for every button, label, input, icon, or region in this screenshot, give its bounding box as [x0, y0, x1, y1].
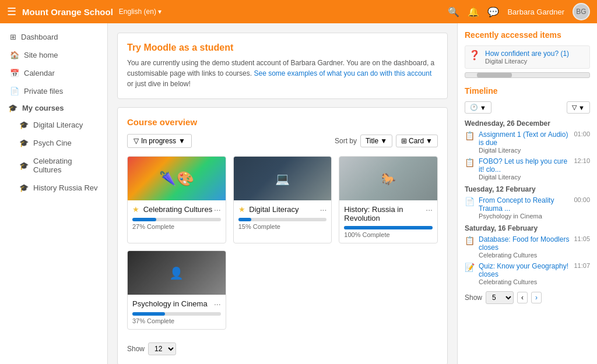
- sort-chevron-icon: ▼: [380, 137, 387, 145]
- show-select[interactable]: 12 24 48: [148, 342, 176, 355]
- timeline-item[interactable]: 📄 From Concept to Reality Trauma ... Psy…: [465, 196, 590, 220]
- sidebar-section-mycourses[interactable]: 🎓 My courses: [0, 100, 107, 116]
- sort-row: Sort by Title ▼ ⊞ Card ▼: [335, 135, 438, 147]
- avatar[interactable]: BG: [573, 3, 590, 20]
- sidebar-item-label: Private files: [24, 87, 63, 96]
- sidebar-item-psych-cine[interactable]: 🎓 Psych Cine: [0, 134, 107, 152]
- tl-title[interactable]: Database: Food for Moodlers closes: [479, 235, 570, 252]
- course-card-psychology[interactable]: 👤 Psychology in Cinema ··· 37% Complete: [127, 250, 226, 330]
- card-title: ★ Digital Literacy: [238, 205, 320, 214]
- sort-label: Sort by: [335, 137, 357, 145]
- card-chevron-icon: ▼: [426, 137, 433, 145]
- tl-title[interactable]: FOBO? Let us help you cure it! clo...: [479, 157, 570, 174]
- timeline-date-3: Saturday, 16 February: [465, 224, 590, 232]
- progress-bar-bg: [132, 312, 221, 316]
- language-selector[interactable]: English (en) ▾: [119, 8, 161, 16]
- timeline-title: Timeline: [465, 86, 590, 96]
- course-overview-title: Course overview: [127, 117, 438, 127]
- home-icon: 🏠: [10, 51, 19, 59]
- sidebar-section-label: My courses: [22, 104, 64, 112]
- timeline-item[interactable]: 📋 FOBO? Let us help you cure it! clo... …: [465, 157, 590, 181]
- timeline-clock-button[interactable]: 🕐 ▼: [465, 101, 491, 114]
- progress-bar-bg: [238, 218, 327, 221]
- card-menu-button[interactable]: ···: [214, 299, 221, 309]
- chat-icon[interactable]: 💬: [487, 6, 499, 17]
- try-banner-title: Try Moodle as a student: [127, 43, 438, 53]
- tl-sub: Celebrating Cultures: [479, 278, 570, 285]
- sort-title-label: Title: [366, 137, 378, 145]
- course-card-digital-literacy[interactable]: 💻 ★ Digital Literacy ··· 15% Comp: [233, 156, 332, 243]
- tl-sub: Celebrating Cultures: [479, 252, 570, 259]
- timeline-show-select[interactable]: 5 10 20: [486, 291, 514, 304]
- timeline-filter-button[interactable]: ▽ ▼: [567, 101, 590, 114]
- hamburger-icon[interactable]: ☰: [7, 5, 16, 18]
- progress-bar-fill: [238, 218, 252, 221]
- sidebar: ⊞ Dashboard 🏠 Site home 📅 Calendar 📄 Pri…: [0, 23, 108, 364]
- tl-title[interactable]: From Concept to Reality Trauma ...: [479, 196, 570, 213]
- card-title: Psychology in Cinema: [132, 299, 214, 308]
- card-menu-button[interactable]: ···: [214, 205, 221, 214]
- tl-sub: Psychology in Cinema: [479, 213, 570, 220]
- course-card-celebrating-cultures[interactable]: 🌂🎨 ★ Celebrating Cultures ··· 27: [127, 156, 226, 243]
- timeline-item[interactable]: 📝 Quiz: Know your Geography! closes Cele…: [465, 262, 590, 285]
- progress-text: 100% Complete: [344, 231, 433, 238]
- course-card-history[interactable]: 🐎 History: Russia in Revolution ··· 100%…: [339, 156, 438, 243]
- show-label: Show: [127, 345, 145, 353]
- timeline-item[interactable]: 📋 Assignment 1 (Text or Audio) is due Di…: [465, 130, 590, 154]
- layout: ⊞ Dashboard 🏠 Site home 📅 Calendar 📄 Pri…: [0, 23, 597, 364]
- grid-icon: ⊞: [401, 137, 407, 145]
- calendar-icon: 📅: [10, 69, 19, 77]
- progress-bar-bg: [132, 218, 221, 221]
- progress-text: 37% Complete: [132, 317, 221, 324]
- sidebar-item-calendar[interactable]: 📅 Calendar: [0, 64, 107, 82]
- next-button[interactable]: ›: [531, 292, 542, 303]
- sidebar-item-label: Calendar: [24, 69, 55, 77]
- sidebar-item-dashboard[interactable]: ⊞ Dashboard: [0, 28, 107, 46]
- right-panel: Recently accessed items ❓ How confident …: [457, 23, 597, 364]
- star-icon: ★: [132, 205, 139, 214]
- search-icon[interactable]: 🔍: [448, 6, 459, 17]
- sort-title-button[interactable]: Title ▼: [360, 135, 392, 147]
- recent-item[interactable]: ❓ How confident are you? (1) Digital Lit…: [465, 45, 590, 69]
- course-icon: 🎓: [19, 183, 29, 192]
- sort-card-button[interactable]: ⊞ Card ▼: [396, 135, 438, 147]
- database-icon: 📋: [465, 236, 475, 245]
- bell-icon[interactable]: 🔔: [468, 6, 479, 17]
- prev-button[interactable]: ‹: [517, 292, 528, 303]
- filter-chevron-icon: ▼: [178, 137, 185, 145]
- recent-item-title[interactable]: How confident are you? (1): [485, 50, 569, 58]
- card-menu-button[interactable]: ···: [426, 205, 433, 214]
- try-banner-link[interactable]: See some examples of what you can do wit…: [254, 69, 431, 77]
- sidebar-item-private-files[interactable]: 📄 Private files: [0, 82, 107, 100]
- sidebar-item-history-russia[interactable]: 🎓 History Russia Rev: [0, 179, 107, 197]
- tl-time: 11:05: [574, 235, 590, 242]
- cards-grid: 🌂🎨 ★ Celebrating Cultures ··· 27: [127, 156, 438, 330]
- progress-bar-fill: [132, 218, 156, 221]
- card-image-digital: 💻: [234, 157, 332, 200]
- clock-icon: 🕐: [470, 104, 478, 111]
- sidebar-item-celebrating-cultures[interactable]: 🎓 Celebrating Cultures: [0, 152, 107, 179]
- filter-chevron-icon: ▼: [578, 104, 585, 111]
- file-icon: 📄: [465, 197, 475, 206]
- scroll-thumb: [477, 73, 512, 77]
- user-name[interactable]: Barbara Gardner: [507, 8, 564, 16]
- file-icon: 📄: [10, 87, 19, 96]
- tl-title[interactable]: Assignment 1 (Text or Audio) is due: [479, 130, 570, 147]
- tl-title[interactable]: Quiz: Know your Geography! closes: [479, 262, 570, 278]
- card-title: ★ Celebrating Cultures: [132, 205, 214, 214]
- filter-button[interactable]: ▽ In progress ▼: [127, 134, 192, 148]
- recently-accessed-title: Recently accessed items: [465, 30, 590, 40]
- scroll-strip[interactable]: [465, 72, 590, 78]
- card-menu-button[interactable]: ···: [320, 205, 327, 214]
- show-row: Show 12 24 48: [127, 338, 438, 355]
- sidebar-item-digital-literacy[interactable]: 🎓 Digital Literacy: [0, 116, 107, 134]
- sidebar-item-label: Site home: [24, 51, 58, 59]
- sidebar-item-sitehome[interactable]: 🏠 Site home: [0, 46, 107, 64]
- sidebar-item-label: Celebrating Cultures: [33, 157, 99, 174]
- question-icon: ❓: [469, 50, 480, 61]
- dashboard-icon: ⊞: [10, 33, 16, 41]
- timeline-filter-row: 🕐 ▼ ▽ ▼: [465, 101, 590, 114]
- timeline-item[interactable]: 📋 Database: Food for Moodlers closes Cel…: [465, 235, 590, 259]
- recent-item-sub: Digital Literacy: [485, 58, 569, 65]
- tl-time: 01:00: [574, 130, 590, 137]
